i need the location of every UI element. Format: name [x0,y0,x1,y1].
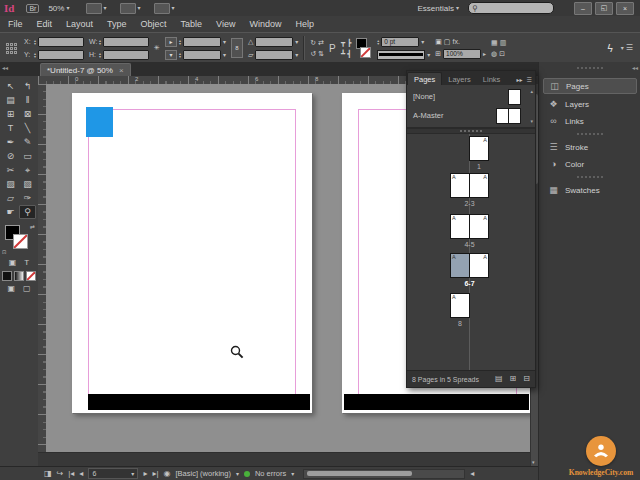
master-a-row[interactable]: A-Master [407,106,535,125]
align-right-icon[interactable]: ┫ [347,50,351,58]
align-bottom-icon[interactable]: ┻ [341,50,345,58]
chevron-down-icon[interactable]: ▾ [223,39,226,45]
chevron-down-icon[interactable]: ▾ [236,471,239,477]
page-1-thumbnail[interactable]: A [469,136,489,161]
rotation-angle-field[interactable] [255,37,293,47]
collapse-dock-icon[interactable]: ◂◂ [632,64,638,71]
effects-icon[interactable]: fx. [452,38,459,45]
default-fill-stroke-icon[interactable]: ⊡ [2,249,6,255]
horizontal-scrollbar[interactable] [303,469,465,479]
dock-item-color[interactable]: ◑ Color [543,157,637,171]
apply-color-button[interactable] [2,271,12,281]
dock-header[interactable]: ◂◂ [539,62,640,75]
baseline-grid-icon[interactable]: ▥ [500,39,507,47]
frame-grid-icon[interactable]: ▦ [491,39,498,47]
first-page-icon[interactable]: |◂ [68,470,74,478]
menu-type[interactable]: Type [107,19,127,29]
note-tool[interactable]: ▱ [2,191,19,205]
preflight-icon[interactable]: ◉ [163,470,170,478]
black-bar-object[interactable] [344,394,529,410]
scissors-tool[interactable]: ✂ [2,163,19,177]
quick-apply-icon[interactable]: ϟ [608,43,613,54]
dock-item-stroke[interactable]: ☰ Stroke [543,140,637,154]
page-row-6-7-selected[interactable]: A A 6-7 [450,253,489,287]
panel-menu-icon[interactable]: ☰ [527,77,532,83]
page-row-1[interactable]: A 1 [469,136,489,170]
selection-tool[interactable]: ↖ [2,79,19,93]
stroke-color-swatch[interactable] [360,47,371,58]
page-6-thumbnail[interactable]: A [450,253,470,278]
dock-item-pages[interactable]: ◫ Pages [543,78,637,94]
master-none-row[interactable]: [None] [407,87,535,106]
chevron-down-icon[interactable]: ▾ [295,52,298,58]
constrain-proportions-icon[interactable]: ✳ [154,44,160,52]
black-bar-object[interactable] [88,394,310,410]
formatting-affects-text-button[interactable]: T [24,258,29,267]
transparency-icon[interactable]: ▢ [444,38,451,46]
rotate-cw-icon[interactable]: ↻ [310,39,316,47]
menu-view[interactable]: View [216,19,235,29]
reference-point-grid[interactable] [6,43,17,54]
zoom-tool[interactable]: ⚲ [19,205,36,219]
edit-page-size-icon[interactable]: ▤ [495,375,503,383]
hand-tool[interactable]: ☛ [2,205,19,219]
flip-vertical-icon[interactable]: ⇅ [318,50,324,58]
y-position-field[interactable] [38,50,84,60]
apply-gradient-button[interactable] [14,271,24,281]
eyedropper-tool[interactable]: ✑ [19,191,36,205]
preflight-profile[interactable]: [Basic] (working) [175,469,230,478]
menu-object[interactable]: Object [141,19,167,29]
close-button[interactable]: × [616,2,634,15]
shear-angle-field[interactable] [255,50,293,60]
link-scale-icon[interactable]: 8 [231,38,243,58]
menu-layout[interactable]: Layout [66,19,93,29]
horizontal-scroll-thumb[interactable] [307,471,412,476]
chevron-down-icon[interactable]: ▾ [223,52,226,58]
free-transform-tool[interactable]: ⌖ [19,163,36,177]
stepper-icon[interactable]: ▴▾ [99,52,101,58]
menu-edit[interactable]: Edit [37,19,53,29]
formatting-affects-container-button[interactable]: ▣ [9,258,17,267]
pen-tool[interactable]: ✒ [2,135,19,149]
page-row-2-3[interactable]: A A 2-3 [450,173,489,207]
stepper-icon[interactable]: ▴▾ [179,39,181,45]
x-position-field[interactable] [38,37,84,47]
page-8-thumbnail[interactable]: A [450,293,470,318]
chevron-right-icon[interactable]: ▸ [483,51,486,57]
gradient-feather-tool[interactable]: ▧ [19,177,36,191]
minimize-button[interactable]: – [574,2,592,15]
dock-item-swatches[interactable]: ▦ Swatches [543,183,637,197]
panel-expand-icon[interactable]: ▸▸ [517,77,523,83]
delete-page-icon[interactable]: ⊟ [523,375,530,383]
page-number-dropdown[interactable]: 6 ▾ [88,468,138,479]
tab-pages[interactable]: Pages [407,72,442,85]
direct-selection-tool[interactable]: ↰ [19,79,36,93]
scale-y-field[interactable] [183,50,221,60]
last-page-icon[interactable]: ▸| [152,470,158,478]
width-field[interactable] [103,37,149,47]
page-tool[interactable]: ▤ [2,93,19,107]
workspace-switcher[interactable]: Essentials ▾ [415,4,462,13]
page-7-thumbnail[interactable]: A [470,253,489,278]
page-row-8[interactable]: A 8 [450,293,470,327]
control-panel-menu-icon[interactable]: ▾☰ [618,44,636,52]
content-collector-tool[interactable]: ⊞ [2,107,19,121]
swap-fill-stroke-icon[interactable]: ⇄ [30,223,35,230]
tab-layers[interactable]: Layers [442,73,477,85]
arrange-documents-dropdown[interactable]: ▾ [154,3,174,14]
menu-window[interactable]: Window [249,19,281,29]
menu-file[interactable]: File [8,19,23,29]
document-tab[interactable]: *Untitled-7 @ 50% × [40,63,131,77]
height-field[interactable] [103,50,149,60]
corner-options-icon[interactable]: ⊡ [499,50,505,58]
scroll-down-icon[interactable]: ▾ [532,459,535,465]
page-2-thumbnail[interactable]: A [450,173,470,198]
bridge-button[interactable]: Br [26,4,39,13]
previous-page-icon[interactable]: ◂ [79,470,83,478]
stepper-icon[interactable]: ▴▾ [377,39,379,45]
scale-x-field[interactable] [183,37,221,47]
chevron-down-icon[interactable]: ▾ [421,39,424,45]
page-view-icon[interactable]: ◨ [44,470,52,478]
page-6[interactable] [72,93,312,413]
new-page-icon[interactable]: ⊞ [510,375,517,383]
